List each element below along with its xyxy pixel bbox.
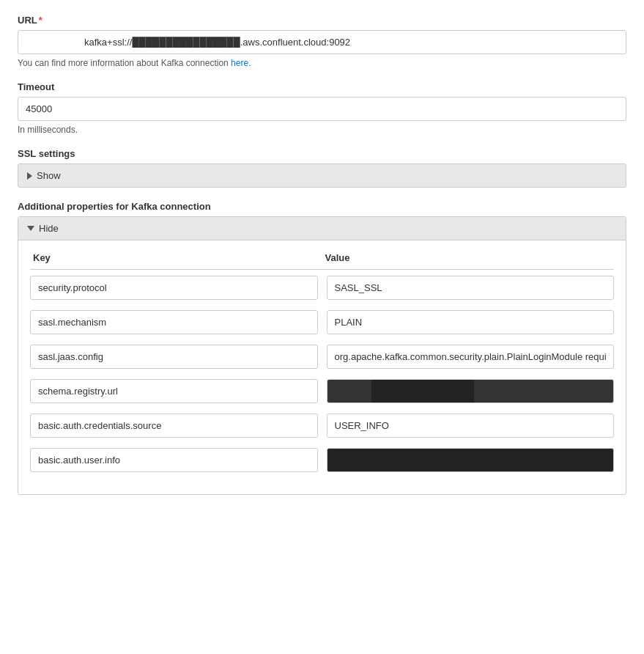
table-row xyxy=(30,379,614,403)
ssl-settings-triangle-icon xyxy=(27,172,32,180)
value-input[interactable] xyxy=(327,379,615,403)
key-input[interactable] xyxy=(30,345,318,369)
table-row xyxy=(30,414,614,438)
key-input[interactable] xyxy=(30,310,318,334)
key-cell xyxy=(30,310,318,334)
key-cell xyxy=(30,379,318,403)
value-input[interactable] xyxy=(327,448,615,472)
value-input[interactable] xyxy=(327,310,615,334)
url-section: URL* You can find more information about… xyxy=(18,15,626,68)
column-header-value: Value xyxy=(322,252,615,263)
value-input[interactable] xyxy=(327,345,615,369)
url-label: URL* xyxy=(18,15,626,26)
additional-properties-label: Additional properties for Kafka connecti… xyxy=(18,201,626,212)
value-input[interactable] xyxy=(327,276,615,300)
value-cell xyxy=(327,276,615,300)
ssl-settings-label: SSL settings xyxy=(18,148,626,159)
key-cell xyxy=(30,448,318,472)
additional-properties-section: Additional properties for Kafka connecti… xyxy=(18,201,626,495)
additional-properties-toggle-label: Hide xyxy=(39,223,59,234)
key-input[interactable] xyxy=(30,276,318,300)
value-cell xyxy=(327,345,615,369)
timeout-input[interactable] xyxy=(18,97,626,121)
timeout-section: Timeout In milliseconds. xyxy=(18,81,626,135)
table-row xyxy=(30,276,614,300)
table-row xyxy=(30,448,614,472)
column-header-key: Key xyxy=(30,252,322,263)
table-header: Key Value xyxy=(30,252,614,270)
additional-properties-triangle-icon xyxy=(27,226,34,231)
value-cell xyxy=(327,414,615,438)
url-input-wrapper xyxy=(18,30,626,54)
key-input[interactable] xyxy=(30,448,318,472)
key-input[interactable] xyxy=(30,379,318,403)
value-input[interactable] xyxy=(327,414,615,438)
timeout-label: Timeout xyxy=(18,81,626,92)
url-hint: You can find more information about Kafk… xyxy=(18,58,626,68)
key-input[interactable] xyxy=(30,414,318,438)
url-input[interactable] xyxy=(18,30,626,54)
url-label-text: URL xyxy=(18,15,37,26)
timeout-hint: In milliseconds. xyxy=(18,125,626,135)
additional-properties-container: Hide Key Value xyxy=(18,216,626,495)
ssl-settings-toggle[interactable]: Show xyxy=(18,164,626,188)
additional-properties-body: Key Value xyxy=(18,240,626,494)
additional-properties-toggle[interactable]: Hide xyxy=(18,217,626,240)
value-cell xyxy=(327,448,615,472)
url-hint-text: You can find more information about Kafk… xyxy=(18,58,229,68)
ssl-settings-toggle-label: Show xyxy=(37,170,61,181)
value-cell xyxy=(327,310,615,334)
key-cell xyxy=(30,345,318,369)
key-cell xyxy=(30,414,318,438)
value-cell xyxy=(327,379,615,403)
key-cell xyxy=(30,276,318,300)
url-required-indicator: * xyxy=(39,15,42,26)
url-hint-link[interactable]: here xyxy=(231,58,248,68)
table-row xyxy=(30,345,614,369)
table-row xyxy=(30,310,614,334)
ssl-settings-section: SSL settings Show xyxy=(18,148,626,188)
